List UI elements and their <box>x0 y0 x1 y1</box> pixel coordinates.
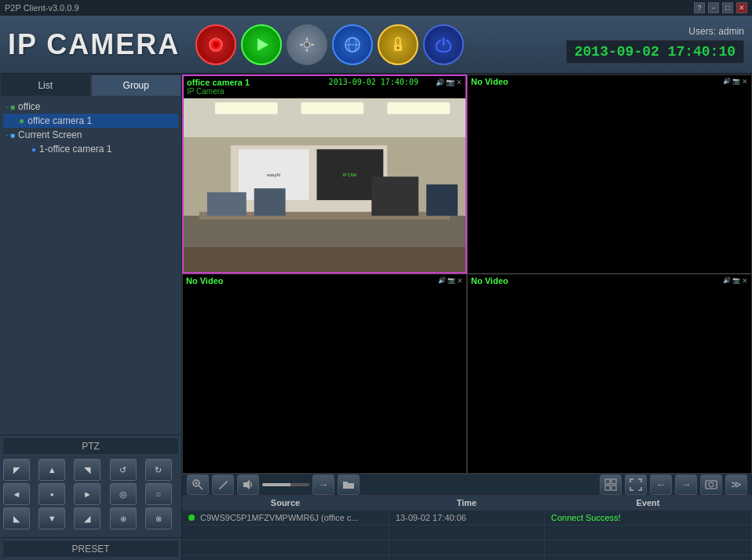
video-cell-2-title: No Video <box>471 77 508 86</box>
camera-feed-1: easyN IP CAM <box>184 90 465 274</box>
maximize-button[interactable]: □ <box>722 2 733 13</box>
event-log: Source Time Event C9WS9C5P1MFZVMPWMR6J (… <box>182 495 752 560</box>
toolbar-btn-settings[interactable] <box>287 24 327 65</box>
video-cell-1[interactable]: office camera 1 🔊 📷 ✕ 2013-09-02 17:40:0… <box>182 75 467 274</box>
ptz-btn-rotate-ccw[interactable]: ↺ <box>110 459 137 481</box>
bt-capture-btn[interactable] <box>700 475 722 495</box>
toolbar-btn-network[interactable] <box>332 24 373 65</box>
ptz-btn-downleft[interactable]: ◣ <box>3 507 30 529</box>
svg-rect-33 <box>605 479 610 484</box>
svg-rect-23 <box>207 192 246 216</box>
device-tree: - ■ office ● office camera 1 - ■ Current… <box>0 96 181 435</box>
app-title: P2P Client-v3.0.0.9 <box>5 3 79 13</box>
bt-grid-btn[interactable] <box>600 475 622 495</box>
sidebar: List Group - ■ office ● office camera 1 … <box>0 75 182 560</box>
ptz-btn-right[interactable]: ► <box>74 483 100 505</box>
expand-icon: - <box>6 103 9 111</box>
svg-rect-12 <box>215 102 278 114</box>
tree-item-camera1[interactable]: ● office camera 1 <box>3 114 178 128</box>
header: IP CAMERA <box>0 16 752 75</box>
svg-point-4 <box>305 42 309 47</box>
users-label: Users: admin <box>566 26 744 37</box>
ptz-btn-left[interactable]: ◄ <box>3 483 30 505</box>
video-cell-2-controls: 🔊 📷 ✕ <box>723 78 748 85</box>
folder-icon <box>342 478 355 491</box>
video-cell-3[interactable]: No Video 🔊 📷 ✕ <box>182 274 467 473</box>
ptz-btn-rotate-cw[interactable]: ↻ <box>145 459 172 481</box>
help-button[interactable]: ? <box>694 2 705 13</box>
video-cell-4[interactable]: No Video 🔊 📷 ✕ <box>467 274 752 473</box>
bt-speaker-btn[interactable] <box>237 475 259 495</box>
bt-back-btn[interactable]: ← <box>650 475 672 495</box>
vid-ctrl2-audio[interactable]: 🔊 <box>723 78 731 85</box>
ptz-btn-downright[interactable]: ◢ <box>74 507 100 529</box>
svg-rect-27 <box>184 247 465 274</box>
vid-ctrl3-close[interactable]: ✕ <box>457 277 463 285</box>
bt-more-btn[interactable]: ≫ <box>725 475 747 495</box>
video-cell-3-controls: 🔊 📷 ✕ <box>438 277 463 285</box>
event-row-empty-1 <box>182 525 752 540</box>
ptz-btn-focus-far[interactable]: ⊗ <box>145 507 172 529</box>
svg-rect-24 <box>254 188 286 216</box>
bt-forward-btn[interactable]: → <box>675 475 697 495</box>
minimize-button[interactable]: − <box>708 2 719 13</box>
ptz-btn-iris-close[interactable]: ◎ <box>110 483 137 505</box>
ptz-btn-iris-open[interactable]: ○ <box>145 483 172 505</box>
sidebar-tabs: List Group <box>0 75 181 96</box>
svg-text:easyN: easyN <box>267 173 280 177</box>
col-time: Time <box>389 496 545 510</box>
vid-ctrl-audio[interactable]: 🔊 <box>436 78 444 86</box>
vid-ctrl3-audio[interactable]: 🔊 <box>438 277 446 285</box>
expand-icon2: - <box>6 131 9 139</box>
ptz-btn-upright[interactable]: ◥ <box>74 459 100 481</box>
toolbar-btn-power[interactable] <box>423 24 464 65</box>
toolbar <box>195 24 565 65</box>
vid-ctrl4-close[interactable]: ✕ <box>742 277 748 285</box>
video-area: office camera 1 🔊 📷 ✕ 2013-09-02 17:40:0… <box>182 75 752 560</box>
event-source-0: C9WS9C5P1MFZVMPWMR6J (office c... <box>182 511 389 525</box>
svg-point-1 <box>213 42 219 48</box>
app-logo: IP CAMERA <box>8 31 180 59</box>
volume-slider[interactable] <box>262 483 309 486</box>
ptz-btn-center[interactable]: ● <box>38 483 65 505</box>
vid-ctrl-close[interactable]: ✕ <box>456 78 462 86</box>
video-cell-2-header: No Video 🔊 📷 ✕ <box>468 75 751 88</box>
video-cell-4-controls: 🔊 📷 ✕ <box>723 277 748 285</box>
tree-item-screen-cam[interactable]: ● 1-office camera 1 <box>3 142 178 156</box>
ptz-btn-down[interactable]: ▼ <box>38 507 65 529</box>
network-icon <box>342 35 363 55</box>
toolbar-btn-play[interactable] <box>241 24 282 65</box>
bt-folder-btn[interactable] <box>338 475 360 495</box>
vid-ctrl-snap[interactable]: 📷 <box>446 78 454 86</box>
camera-icon: ● <box>19 115 24 126</box>
toolbar-btn-record[interactable] <box>195 24 236 65</box>
ptz-btn-upleft[interactable]: ◤ <box>3 459 30 481</box>
datetime-display: 2013-09-02 17:40:10 <box>566 40 744 64</box>
ptz-btn-focus-near[interactable]: ⊕ <box>110 507 137 529</box>
vid-ctrl2-close[interactable]: ✕ <box>742 78 748 85</box>
ptz-btn-up[interactable]: ▲ <box>38 459 65 481</box>
vid-ctrl2-snap[interactable]: 📷 <box>732 78 740 85</box>
svg-point-9 <box>397 46 400 49</box>
bt-arrow-btn[interactable]: → <box>312 475 334 495</box>
play-icon <box>251 35 272 55</box>
video-cell-4-title: No Video <box>471 276 508 285</box>
tree-item-office[interactable]: - ■ office <box>3 100 178 114</box>
tree-item-current-screen[interactable]: - ■ Current Screen <box>3 128 178 142</box>
event-row-empty-2 <box>182 540 752 555</box>
ptz-controls: ◤ ▲ ◥ ↺ ↻ ◄ ● ► ◎ ○ ◣ ▼ ◢ ⊕ ⊗ <box>3 459 178 529</box>
bt-pen-btn[interactable] <box>212 475 234 495</box>
logo-area: IP CAMERA <box>8 31 180 59</box>
vid-ctrl4-audio[interactable]: 🔊 <box>723 277 731 285</box>
close-button[interactable]: ✕ <box>736 2 747 13</box>
tab-list[interactable]: List <box>0 75 91 96</box>
toolbar-btn-lock[interactable] <box>378 24 418 65</box>
svg-marker-32 <box>243 480 250 489</box>
bt-fullscreen-btn[interactable] <box>625 475 647 495</box>
video-cell-2[interactable]: No Video 🔊 📷 ✕ <box>467 75 752 274</box>
tab-group[interactable]: Group <box>91 75 182 96</box>
record-icon <box>206 35 226 55</box>
bt-zoom-btn[interactable] <box>187 475 209 495</box>
vid-ctrl3-snap[interactable]: 📷 <box>447 277 455 285</box>
vid-ctrl4-snap[interactable]: 📷 <box>732 277 740 285</box>
